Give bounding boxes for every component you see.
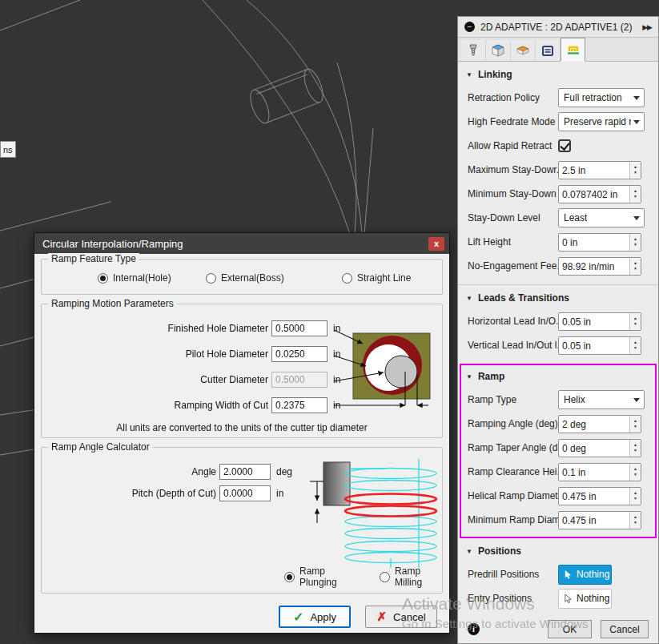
spinner-up-icon[interactable] — [633, 490, 637, 496]
spinner-up-icon[interactable] — [633, 316, 637, 321]
spinner-value[interactable]: 0.0787402 in — [559, 186, 629, 203]
radio-external-boss[interactable]: External(Boss) — [206, 272, 284, 284]
spinner-down-icon[interactable] — [633, 242, 637, 248]
angle-input[interactable] — [219, 464, 271, 480]
ramping-width-of-cut-input[interactable] — [271, 397, 327, 413]
ramp-clearance-height-input[interactable]: 0.1 in — [558, 463, 641, 481]
panel-header[interactable]: 2D ADAPTIVE : 2D ADAPTIVE1 (2) — [458, 17, 658, 38]
spinner-up-icon[interactable] — [633, 442, 637, 448]
pitch-depth-of-cut-input[interactable] — [219, 485, 271, 501]
radio-icon[interactable] — [284, 572, 295, 582]
spinner-arrows[interactable] — [629, 464, 641, 481]
panel-cancel-button[interactable]: Cancel — [601, 620, 649, 638]
spinner-value[interactable]: 2.5 in — [559, 162, 629, 179]
spinner-value[interactable]: 0 in — [559, 234, 629, 251]
spinner-up-icon[interactable] — [633, 466, 637, 472]
spinner-value[interactable]: 0 deg — [559, 440, 629, 457]
dialog-cancel-button[interactable]: Cancel — [365, 606, 437, 628]
spinner-value[interactable]: 2 deg — [559, 416, 629, 433]
spinner-up-icon[interactable] — [633, 418, 637, 424]
spinner-value[interactable]: 0.475 in — [559, 488, 629, 505]
radio-ramp-milling[interactable]: Ramp Milling — [380, 566, 442, 588]
radio-icon[interactable] — [98, 273, 108, 284]
entry-positions-button[interactable]: Nothing — [558, 589, 612, 609]
spinner-arrows[interactable] — [629, 313, 641, 330]
ramp-taper-angle-input[interactable]: 0 deg — [558, 439, 641, 457]
spinner-up-icon[interactable] — [633, 236, 637, 242]
radio-icon[interactable] — [342, 273, 352, 284]
ramping-angle-input[interactable]: 2 deg — [558, 415, 641, 433]
helical-ramp-diameter-input[interactable]: 0.475 in — [558, 487, 641, 505]
predrill-positions-button[interactable]: Nothing — [558, 565, 612, 585]
section-header[interactable]: Leads & Transitions — [458, 290, 658, 306]
info-icon[interactable] — [468, 623, 480, 635]
tab-heights[interactable] — [511, 40, 536, 61]
spinner-arrows[interactable] — [629, 258, 641, 275]
radio-icon[interactable] — [206, 273, 216, 284]
spinner-down-icon[interactable] — [633, 170, 637, 175]
high-feedrate-mode-dropdown[interactable]: Preserve rapid r... — [558, 112, 645, 131]
tab-passes[interactable] — [536, 40, 561, 61]
spinner-up-icon[interactable] — [633, 340, 637, 345]
spinner-down-icon[interactable] — [633, 520, 637, 525]
spinner-arrows[interactable] — [629, 186, 641, 203]
spinner-down-icon[interactable] — [633, 321, 637, 327]
dialog-titlebar[interactable]: Circular Interpolation/Ramping x — [34, 233, 449, 254]
tab-tool[interactable] — [461, 40, 486, 61]
no-engagement-feedrate-input[interactable]: 98.92 in/min — [558, 257, 641, 276]
finished-hole-diameter-input[interactable] — [271, 320, 327, 336]
spinner-value[interactable]: 0.05 in — [559, 337, 629, 354]
horizontal-lead-input[interactable]: 0.05 in — [558, 312, 641, 331]
retraction-policy-dropdown[interactable]: Full retraction — [558, 88, 645, 107]
vertical-lead-input[interactable]: 0.05 in — [558, 336, 641, 355]
stay-down-level-dropdown[interactable]: Least — [558, 208, 645, 227]
spinner-arrows[interactable] — [629, 512, 641, 529]
spinner-up-icon[interactable] — [633, 514, 637, 520]
spinner-arrows[interactable] — [629, 416, 641, 433]
spinner-value[interactable]: 0.475 in — [559, 512, 629, 529]
spinner-down-icon[interactable] — [633, 345, 637, 351]
radio-straight-line[interactable]: Straight Line — [342, 272, 411, 284]
ramp-type-dropdown[interactable]: Helix — [558, 390, 645, 409]
maximum-stay-down-input[interactable]: 2.5 in — [558, 161, 641, 179]
tab-linking[interactable] — [561, 38, 585, 62]
spinner-down-icon[interactable] — [633, 448, 637, 453]
ok-button[interactable]: OK — [548, 620, 592, 638]
minimum-ramp-diameter-input[interactable]: 0.475 in — [558, 511, 641, 529]
allow-rapid-retract-checkbox[interactable] — [558, 139, 571, 152]
spinner-value[interactable]: 0.1 in — [559, 464, 629, 481]
double-arrow-icon[interactable] — [642, 23, 652, 31]
section-header[interactable]: Positions — [458, 543, 658, 559]
minimum-stay-down-input[interactable]: 0.0787402 in — [558, 185, 641, 203]
pilot-hole-diameter-input[interactable] — [271, 346, 327, 362]
section-header[interactable]: Linking — [458, 66, 658, 83]
radio-label: Ramp Milling — [395, 566, 442, 588]
spinner-arrows[interactable] — [629, 337, 641, 354]
spinner-down-icon[interactable] — [633, 472, 637, 477]
spinner-up-icon[interactable] — [633, 164, 637, 170]
spinner-arrows[interactable] — [629, 162, 641, 179]
spinner-arrows[interactable] — [629, 440, 641, 457]
lift-height-input[interactable]: 0 in — [558, 233, 641, 252]
spinner-up-icon[interactable] — [633, 188, 637, 194]
close-icon[interactable]: x — [428, 237, 444, 251]
passes-icon — [540, 43, 555, 58]
panel-row: Minimum Stay-Down ... 0.0787402 in — [458, 182, 658, 206]
apply-button[interactable]: Apply — [279, 606, 351, 628]
radio-icon[interactable] — [380, 572, 390, 582]
tab-geometry[interactable] — [486, 40, 511, 61]
radio-internal-hole[interactable]: Internal(Hole) — [98, 272, 171, 284]
helix-ramp-diagram — [308, 459, 439, 568]
radio-ramp-plunging[interactable]: Ramp Plunging — [284, 566, 356, 588]
collapse-icon[interactable] — [464, 22, 475, 32]
spinner-value[interactable]: 0.05 in — [559, 313, 629, 330]
section-header[interactable]: Ramp — [461, 368, 655, 384]
spinner-down-icon[interactable] — [633, 266, 637, 272]
spinner-value[interactable]: 98.92 in/min — [559, 258, 629, 275]
spinner-up-icon[interactable] — [633, 260, 637, 266]
spinner-down-icon[interactable] — [633, 194, 637, 199]
spinner-arrows[interactable] — [629, 234, 641, 251]
spinner-arrows[interactable] — [629, 488, 641, 505]
spinner-down-icon[interactable] — [633, 424, 637, 429]
spinner-down-icon[interactable] — [633, 496, 637, 501]
